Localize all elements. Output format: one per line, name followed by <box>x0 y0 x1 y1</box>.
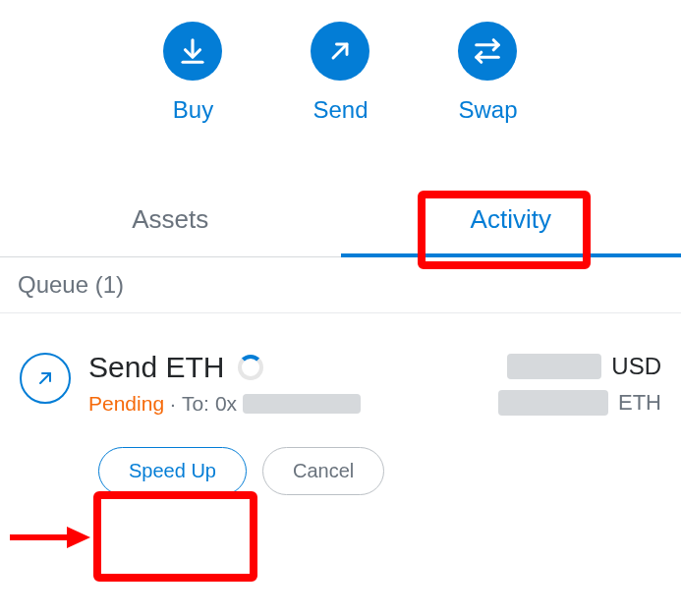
buy-icon <box>163 22 222 81</box>
transaction-actions: Speed Up Cancel <box>98 447 681 495</box>
secondary-currency: ETH <box>618 390 661 416</box>
transaction-title: Send ETH <box>88 351 224 384</box>
redacted-amount-secondary <box>498 390 608 416</box>
swap-label: Swap <box>458 96 517 124</box>
queue-header: Queue (1) <box>0 257 681 313</box>
cancel-button[interactable]: Cancel <box>262 447 384 495</box>
redacted-address <box>243 394 361 414</box>
speed-up-button[interactable]: Speed Up <box>98 447 247 495</box>
send-button[interactable]: Send <box>311 22 369 124</box>
redacted-amount-primary <box>507 354 601 379</box>
to-label: To: <box>182 392 209 416</box>
tab-activity[interactable]: Activity <box>341 185 682 256</box>
transaction-details: Send ETH Pending · To: 0x <box>88 351 481 416</box>
loading-spinner-icon <box>238 355 263 380</box>
buy-label: Buy <box>173 96 213 124</box>
to-address-prefix: 0x <box>215 392 237 416</box>
primary-currency: USD <box>611 353 661 380</box>
transaction-status: Pending <box>88 392 164 416</box>
annotation-highlight-speedup <box>93 491 257 523</box>
send-label: Send <box>312 96 368 124</box>
send-icon <box>311 22 369 81</box>
transaction-type-icon <box>20 353 71 404</box>
swap-button[interactable]: Swap <box>458 22 517 124</box>
separator-dot: · <box>170 392 176 416</box>
transaction-amounts: USD ETH <box>498 353 661 425</box>
wallet-actions-row: Buy Send Swap <box>0 0 681 155</box>
tab-assets[interactable]: Assets <box>0 185 341 256</box>
transaction-row[interactable]: Send ETH Pending · To: 0x USD ETH <box>0 313 681 425</box>
swap-icon <box>458 22 517 81</box>
buy-button[interactable]: Buy <box>163 22 222 124</box>
tabs-row: Assets Activity <box>0 185 681 257</box>
